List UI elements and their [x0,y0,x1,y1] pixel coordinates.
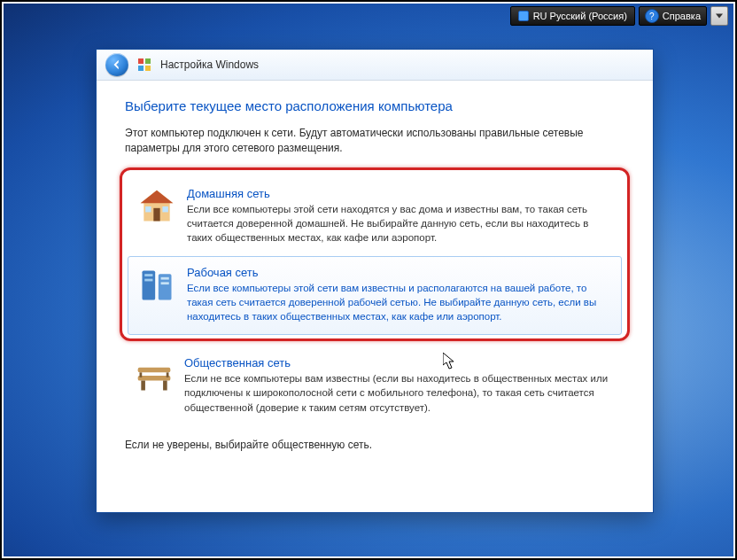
svg-rect-8 [162,206,167,212]
help-label: Справка [663,11,701,21]
option-home-title: Домашняя сеть [187,187,610,200]
svg-rect-11 [144,274,152,276]
svg-rect-19 [140,373,143,378]
setup-taskbar: RU Русский (Россия) ? Справка [510,6,728,26]
dialog-titlebar: Настройка Windows [97,50,653,81]
svg-rect-6 [153,208,159,222]
help-icon: ? [645,9,659,23]
option-public-desc: Если не все компьютеры вам известны (есл… [184,371,613,414]
language-indicator[interactable]: RU Русский (Россия) [510,6,635,26]
server-icon [137,266,176,305]
back-button[interactable] [105,53,128,76]
svg-rect-16 [138,376,171,381]
svg-rect-12 [144,279,152,282]
svg-rect-2 [138,66,144,71]
help-link[interactable]: ? Справка [639,6,707,26]
svg-rect-17 [141,381,145,391]
annotation-highlight: Домашняя сеть Если все компьютеры этой с… [120,167,630,342]
svg-rect-20 [167,373,169,378]
svg-rect-3 [145,66,151,71]
language-label: RU Русский (Россия) [533,11,627,21]
dialog-content: Выберите текущее место расположения комп… [97,81,653,471]
footnote-text: Если не уверены, выбирайте общественную … [125,439,625,451]
option-home-desc: Если все компьютеры этой сети находятся … [187,202,610,245]
keyboard-icon [518,11,529,21]
ease-of-access-button[interactable] [710,6,728,26]
svg-rect-13 [161,277,169,280]
dialog-title: Настройка Windows [160,58,259,71]
option-public-title: Общественная сеть [184,356,613,369]
svg-rect-0 [138,58,144,64]
bench-icon [135,356,174,395]
option-work-network[interactable]: Рабочая сеть Если все компьютеры этой се… [128,256,622,335]
option-home-network[interactable]: Домашняя сеть Если все компьютеры этой с… [128,177,622,256]
svg-rect-18 [163,381,167,391]
option-work-desc: Если все компьютеры этой сети вам извест… [187,281,610,323]
option-work-title: Рабочая сеть [187,266,610,279]
network-location-dialog: Настройка Windows Выберите текущее место… [96,49,654,513]
svg-rect-14 [161,282,169,284]
page-heading: Выберите текущее место расположения комп… [125,98,625,113]
intro-text: Этот компьютер подключен к сети. Будут а… [125,126,625,157]
option-public-network[interactable]: Общественная сеть Если не все компьютеры… [125,346,625,425]
house-icon [137,187,176,226]
svg-rect-7 [145,206,151,212]
svg-marker-5 [141,190,174,203]
setup-flag-icon [137,58,151,72]
svg-rect-1 [145,58,151,64]
svg-rect-15 [138,368,171,373]
